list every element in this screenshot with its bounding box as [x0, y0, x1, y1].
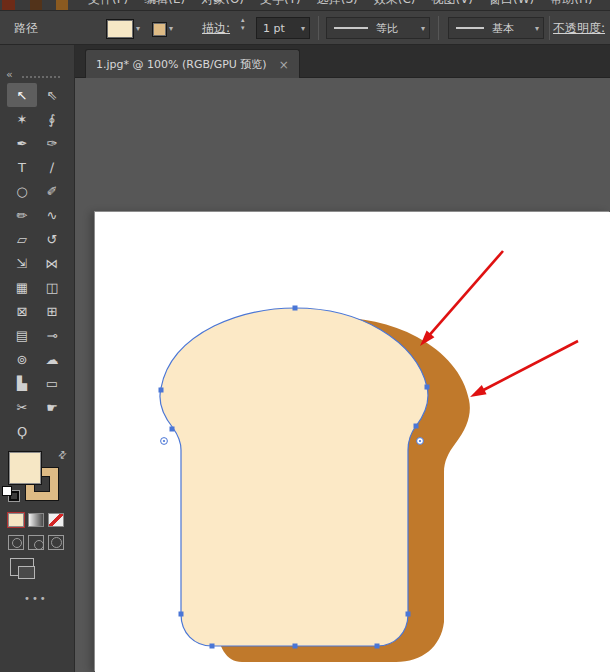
- anchor-point[interactable]: [179, 612, 184, 617]
- brush-definition-dropdown[interactable]: 基本 ▾: [448, 17, 544, 39]
- edit-toolbar-ellipsis[interactable]: •••: [24, 593, 48, 604]
- fill-color-indicator[interactable]: [8, 451, 42, 485]
- slice-tool[interactable]: ✂: [7, 395, 37, 419]
- ellipse-tool[interactable]: ○: [7, 179, 37, 203]
- eraser-tool[interactable]: ▱: [7, 227, 37, 251]
- hand-tool[interactable]: ☛: [37, 395, 67, 419]
- anchor-point[interactable]: [170, 427, 175, 432]
- chevron-down-icon[interactable]: ▾: [535, 24, 543, 33]
- collapse-panel-icon[interactable]: «: [6, 68, 13, 81]
- chevron-down-icon[interactable]: ▾: [421, 24, 429, 33]
- curvature-tool[interactable]: ✑: [37, 131, 67, 155]
- context-label: 路径: [14, 20, 38, 37]
- stepper-down-icon[interactable]: ▾: [241, 24, 245, 32]
- stepper-up-icon[interactable]: ▴: [241, 16, 245, 24]
- app-icon[interactable]: [2, 0, 15, 10]
- menu-item[interactable]: 选择(S): [317, 0, 358, 8]
- stroke-color-swatch[interactable]: [152, 22, 167, 37]
- panel-drag-handle[interactable]: [22, 76, 60, 78]
- type-tool[interactable]: T: [7, 155, 37, 179]
- anchor-point[interactable]: [375, 644, 380, 649]
- shape-builder-tool[interactable]: ◫: [37, 275, 67, 299]
- chevron-down-icon[interactable]: ▾: [301, 24, 309, 33]
- chevron-down-icon[interactable]: ▾: [136, 24, 140, 33]
- gradient-tool[interactable]: ▤: [7, 323, 37, 347]
- share-icon[interactable]: [56, 0, 68, 10]
- screen-mode-icon[interactable]: [10, 558, 34, 576]
- eraser-tool-icon: ▱: [17, 232, 27, 247]
- lasso-tool[interactable]: ∮: [37, 107, 67, 131]
- anchor-point[interactable]: [210, 644, 215, 649]
- pen-tool[interactable]: ✒: [7, 131, 37, 155]
- selection-tool[interactable]: ↖: [7, 83, 37, 107]
- bread-slice-shape[interactable]: [160, 308, 428, 646]
- home-icon[interactable]: [30, 0, 42, 10]
- width-tool[interactable]: ⋈: [37, 251, 67, 275]
- type-tool-icon: T: [18, 160, 26, 175]
- anchor-point[interactable]: [293, 306, 298, 311]
- eyedropper-tool[interactable]: ⊸: [37, 323, 67, 347]
- chevron-down-icon[interactable]: ▾: [169, 24, 173, 33]
- corner-widget[interactable]: [417, 438, 424, 445]
- none-button[interactable]: [48, 513, 64, 527]
- zoom-tool-icon: Ϙ: [17, 424, 27, 439]
- anchor-point[interactable]: [293, 644, 298, 649]
- blend-tool[interactable]: ⊚: [7, 347, 37, 371]
- width-tool-icon: ⋈: [46, 256, 59, 271]
- draw-normal-icon[interactable]: [8, 535, 24, 550]
- anchor-point[interactable]: [159, 388, 164, 393]
- stroke-profile-line-icon: [334, 27, 368, 29]
- gradient-tool-icon: ▤: [16, 328, 28, 343]
- anchor-point[interactable]: [406, 612, 411, 617]
- menu-item[interactable]: 视图(V): [431, 0, 473, 8]
- corner-widget[interactable]: [161, 438, 168, 445]
- shaper-tool[interactable]: ∿: [37, 203, 67, 227]
- gradient-button[interactable]: [28, 513, 44, 527]
- paintbrush-tool[interactable]: ✐: [37, 179, 67, 203]
- document-tab-bar: 1.jpg* @ 100% (RGB/GPU 预览) ×: [75, 45, 610, 78]
- menu-item[interactable]: 效果(C): [374, 0, 416, 8]
- pencil-tool[interactable]: ✏: [7, 203, 37, 227]
- mesh-tool-icon: ⊞: [47, 304, 58, 319]
- menu-item[interactable]: 文件(F): [88, 0, 128, 8]
- width-profile-value: 等比: [376, 21, 421, 36]
- swap-fill-stroke-icon[interactable]: ⇄: [55, 448, 69, 462]
- perspective-grid-tool[interactable]: ⊠: [7, 299, 37, 323]
- scale-tool[interactable]: ⇲: [7, 251, 37, 275]
- rotate-tool[interactable]: ↺: [37, 227, 67, 251]
- menu-item[interactable]: 对象(O): [201, 0, 244, 8]
- zoom-tool[interactable]: Ϙ: [7, 419, 37, 443]
- opacity-label[interactable]: 不透明度:: [553, 20, 605, 37]
- default-fill-stroke-icon[interactable]: [2, 486, 18, 500]
- width-profile-dropdown[interactable]: 等比 ▾: [326, 17, 430, 39]
- fill-color-swatch[interactable]: [106, 19, 134, 39]
- draw-inside-icon[interactable]: [48, 535, 64, 550]
- tab-close-icon[interactable]: ×: [279, 58, 289, 72]
- anchor-point[interactable]: [425, 385, 430, 390]
- anchor-point[interactable]: [414, 424, 419, 429]
- document-tab[interactable]: 1.jpg* @ 100% (RGB/GPU 预览) ×: [85, 49, 300, 79]
- menu-item[interactable]: 编辑(E): [144, 0, 185, 8]
- mesh-tool[interactable]: ⊞: [37, 299, 67, 323]
- stroke-weight-field[interactable]: 1 pt ▾: [256, 17, 310, 39]
- illustrator-window: 文件(F)编辑(E)对象(O)文字(T)选择(S)效果(C)视图(V)窗口(W)…: [0, 0, 610, 672]
- column-graph-tool[interactable]: ▙: [7, 371, 37, 395]
- menu-item[interactable]: 窗口(W): [489, 0, 534, 8]
- magic-wand-tool[interactable]: ✶: [7, 107, 37, 131]
- symbol-sprayer-tool[interactable]: ☁: [37, 347, 67, 371]
- color-button[interactable]: [8, 513, 24, 527]
- free-transform-tool[interactable]: ▦: [7, 275, 37, 299]
- stroke-weight-stepper[interactable]: ▴ ▾: [241, 16, 245, 32]
- draw-behind-icon[interactable]: [28, 535, 44, 550]
- canvas-area[interactable]: [75, 78, 610, 672]
- artboard-tool[interactable]: ▭: [37, 371, 67, 395]
- menu-item[interactable]: 文字(T): [260, 0, 301, 8]
- slice-tool-icon: ✂: [17, 400, 28, 415]
- direct-selection-tool[interactable]: ⇖: [37, 83, 67, 107]
- stroke-label[interactable]: 描边:: [202, 20, 230, 37]
- rotate-tool-icon: ↺: [47, 232, 58, 247]
- artwork-layer: [75, 78, 610, 672]
- menu-item[interactable]: 帮助(H): [550, 0, 592, 8]
- annotation-arrow: [470, 341, 578, 397]
- line-segment-tool[interactable]: ∕: [37, 155, 67, 179]
